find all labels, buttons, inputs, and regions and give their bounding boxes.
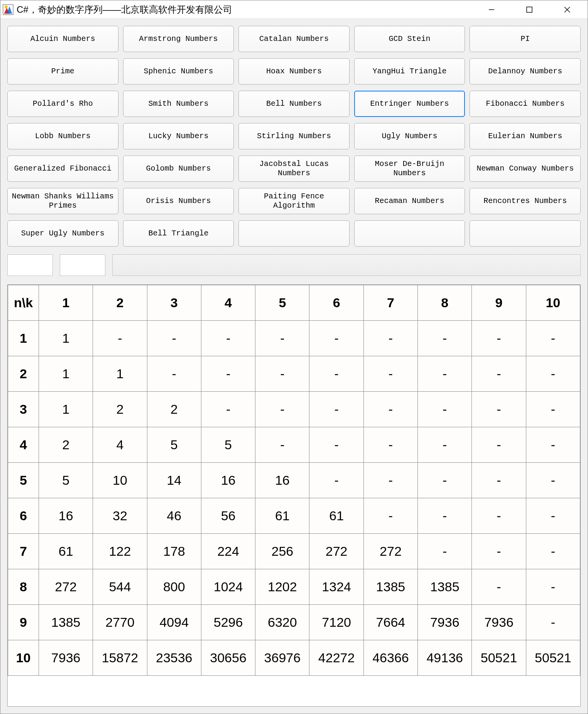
table-cell: 7936 <box>472 605 526 640</box>
table-cell: - <box>526 569 580 605</box>
col-header: 9 <box>472 285 526 321</box>
table-cell: 1024 <box>201 569 255 605</box>
seq-button-moser-de-bruijn-numbers[interactable]: Moser De-Bruijn Numbers <box>354 156 465 182</box>
row-header: 3 <box>8 392 39 427</box>
table-cell: 256 <box>255 534 309 569</box>
seq-button-yanghui-triangle[interactable]: YangHui Triangle <box>354 58 465 85</box>
table-cell: 2 <box>93 392 147 427</box>
seq-button-smith-numbers[interactable]: Smith Numbers <box>123 91 234 117</box>
seq-button-delannoy-numbers[interactable]: Delannoy Numbers <box>470 58 581 85</box>
table-cell: - <box>526 321 580 356</box>
row-header: 10 <box>8 640 39 676</box>
seq-button-armstrong-numbers[interactable]: Armstrong Numbers <box>123 26 234 52</box>
table-cell: - <box>472 534 526 569</box>
seq-button-fibonacci-numbers[interactable]: Fibonacci Numbers <box>470 91 581 117</box>
seq-button-rencontres-numbers[interactable]: Rencontres Numbers <box>470 188 581 214</box>
maximize-button[interactable] <box>516 2 543 17</box>
titlebar: C#，奇妙的数字序列——北京联高软件开发有限公司 <box>0 0 588 19</box>
col-header: 8 <box>418 285 472 321</box>
table-cell: - <box>309 392 363 427</box>
table-cell: 46 <box>147 498 201 534</box>
seq-button-pi[interactable]: PI <box>470 26 581 52</box>
seq-button-catalan-numbers[interactable]: Catalan Numbers <box>238 26 350 52</box>
toolbar-row <box>0 251 588 282</box>
table-cell: - <box>418 427 472 463</box>
result-table-wrap: n\k12345678910 11---------211--------312… <box>7 284 581 707</box>
seq-button-newman-conway-numbers[interactable]: Newman Conway Numbers <box>470 156 581 182</box>
input-field-1[interactable] <box>7 254 53 276</box>
table-cell: 7936 <box>39 640 93 676</box>
col-header: 6 <box>309 285 363 321</box>
seq-button-super-ugly-numbers[interactable]: Super Ugly Numbers <box>7 220 118 247</box>
table-cell: - <box>201 392 255 427</box>
seq-button-gcd-stein[interactable]: GCD Stein <box>354 26 465 52</box>
seq-button-empty[interactable] <box>354 220 465 247</box>
minimize-button[interactable] <box>478 2 505 17</box>
table-cell: 7664 <box>363 605 417 640</box>
seq-button-stirling-numbers[interactable]: Stirling Numbers <box>238 123 350 149</box>
seq-button-pollard-s-rho[interactable]: Pollard's Rho <box>7 91 118 117</box>
row-header: 8 <box>8 569 39 605</box>
table-cell: 16 <box>201 463 255 498</box>
table-cell: - <box>363 498 417 534</box>
table-cell: - <box>472 427 526 463</box>
table-cell: - <box>472 392 526 427</box>
table-cell: - <box>418 356 472 392</box>
table-cell: 1324 <box>309 569 363 605</box>
close-button[interactable] <box>554 2 581 17</box>
input-field-2[interactable] <box>60 254 105 276</box>
row-header: 9 <box>8 605 39 640</box>
table-cell: 272 <box>309 534 363 569</box>
table-cell: 4 <box>93 427 147 463</box>
seq-button-hoax-numbers[interactable]: Hoax Numbers <box>238 58 350 85</box>
table-cell: - <box>472 569 526 605</box>
table-cell: - <box>201 321 255 356</box>
table-cell: - <box>363 321 417 356</box>
col-header: 2 <box>93 285 147 321</box>
seq-button-alcuin-numbers[interactable]: Alcuin Numbers <box>7 26 118 52</box>
table-cell: - <box>472 321 526 356</box>
table-cell: 2 <box>147 392 201 427</box>
seq-button-sphenic-numbers[interactable]: Sphenic Numbers <box>123 58 234 85</box>
table-cell: - <box>363 427 417 463</box>
table-cell: 122 <box>93 534 147 569</box>
seq-button-empty[interactable] <box>470 220 581 247</box>
app-icon <box>3 4 14 15</box>
table-cell: 1385 <box>363 569 417 605</box>
table-cell: 544 <box>93 569 147 605</box>
table-cell: 30656 <box>201 640 255 676</box>
table-cell: - <box>147 356 201 392</box>
seq-button-paiting-fence-algorithm[interactable]: Paiting Fence Algorithm <box>238 188 350 214</box>
table-cell: - <box>255 427 309 463</box>
seq-button-bell-numbers[interactable]: Bell Numbers <box>238 91 350 117</box>
seq-button-newman-shanks-williams-primes[interactable]: Newman Shanks Williams Primes <box>7 188 118 214</box>
seq-button-empty[interactable] <box>238 220 350 247</box>
table-cell: 32 <box>93 498 147 534</box>
svg-rect-3 <box>5 5 7 8</box>
table-cell: 2770 <box>93 605 147 640</box>
table-cell: 61 <box>255 498 309 534</box>
seq-button-lobb-numbers[interactable]: Lobb Numbers <box>7 123 118 149</box>
table-cell: - <box>309 427 363 463</box>
table-cell: 1 <box>39 392 93 427</box>
sequence-button-grid: Alcuin NumbersArmstrong NumbersCatalan N… <box>0 19 588 251</box>
seq-button-generalized-fibonacci[interactable]: Generalized Fibonacci <box>7 156 118 182</box>
table-cell: 7936 <box>418 605 472 640</box>
result-table: n\k12345678910 11---------211--------312… <box>8 285 580 676</box>
table-row: 11--------- <box>8 321 580 356</box>
table-cell: - <box>363 463 417 498</box>
seq-button-entringer-numbers[interactable]: Entringer Numbers <box>354 91 465 117</box>
seq-button-ugly-numbers[interactable]: Ugly Numbers <box>354 123 465 149</box>
seq-button-bell-triangle[interactable]: Bell Triangle <box>123 220 234 247</box>
seq-button-golomb-numbers[interactable]: Golomb Numbers <box>123 156 234 182</box>
table-cell: - <box>526 498 580 534</box>
seq-button-recaman-numbers[interactable]: Recaman Numbers <box>354 188 465 214</box>
seq-button-orisis-numbers[interactable]: Orisis Numbers <box>123 188 234 214</box>
table-cell: 1 <box>39 356 93 392</box>
table-cell: 46366 <box>363 640 417 676</box>
seq-button-eulerian-numbers[interactable]: Eulerian Numbers <box>470 123 581 149</box>
seq-button-prime[interactable]: Prime <box>7 58 118 85</box>
seq-button-jacobstal-lucas-numbers[interactable]: Jacobstal Lucas Numbers <box>238 156 350 182</box>
seq-button-lucky-numbers[interactable]: Lucky Numbers <box>123 123 234 149</box>
table-cell: - <box>472 356 526 392</box>
